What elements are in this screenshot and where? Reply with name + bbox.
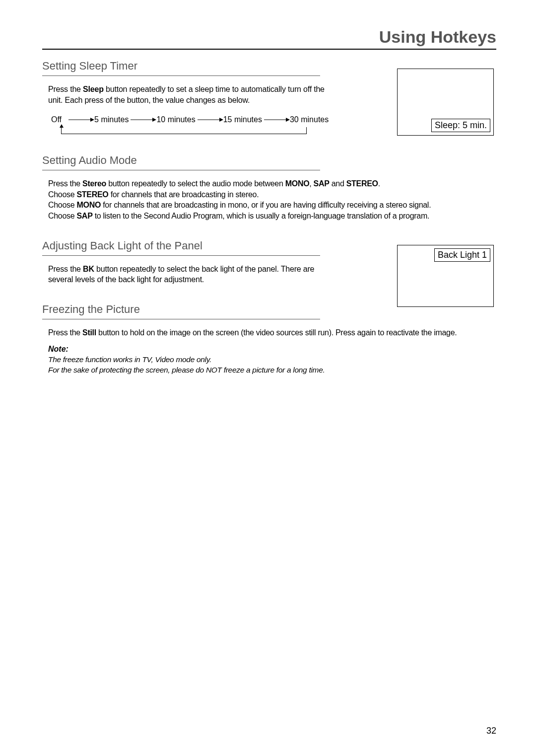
text: button repeatedly to select the audio mo… [106, 179, 285, 188]
flow-item: Off [51, 115, 62, 124]
text: button to hold on the image on the scree… [96, 328, 457, 337]
text: for channels that are broadcasting in mo… [101, 201, 431, 209]
text: Press the [48, 265, 83, 273]
text-line: Press the Stereo button repeatedly to se… [48, 178, 460, 189]
flow-item: 10 minutes [156, 115, 195, 124]
flow-item: 5 minutes [94, 115, 129, 124]
section-freeze: Freezing the Picture Press the Still but… [42, 303, 496, 376]
flow-row: Off 5 minutes 10 minutes 15 minutes 30 m… [51, 115, 329, 124]
arrow-right-icon [262, 117, 290, 122]
body-text: Press the BK button repeatedly to select… [48, 264, 326, 285]
arrow-right-icon [129, 117, 156, 122]
text-line: Choose SAP to listen to the Second Audio… [48, 211, 460, 222]
text: to listen to the Second Audio Program, w… [93, 212, 430, 220]
text: , [309, 179, 313, 188]
text: . [378, 179, 380, 188]
section-heading: Freezing the Picture [42, 303, 320, 319]
page-number: 32 [486, 726, 496, 736]
page-title-rule: Using Hotkeys [42, 27, 496, 50]
text-bold: SAP [314, 179, 330, 188]
osd-sleep-label: Sleep: 5 min. [431, 119, 490, 132]
text: Choose [48, 212, 77, 220]
note-label: Note: [48, 345, 496, 354]
svg-marker-7 [286, 118, 290, 122]
section-heading: Adjusting Back Light of the Panel [42, 239, 320, 256]
note-line: For the sake of protecting the screen, p… [48, 365, 496, 376]
flow-loopback [61, 127, 307, 134]
arrow-up-icon [60, 124, 64, 128]
body-text: Press the Still button to hold on the im… [48, 327, 460, 338]
page: Using Hotkeys Sleep: 5 min. Back Light 1… [0, 0, 536, 756]
text-bold: SAP [77, 212, 93, 220]
text: Press the [48, 328, 82, 337]
section-audio-mode: Setting Audio Mode Press the Stereo butt… [42, 154, 496, 221]
flow-item: 30 minutes [290, 115, 329, 124]
text: Press the [48, 85, 83, 93]
svg-marker-3 [152, 118, 156, 122]
section-heading: Setting Sleep Timer [42, 60, 320, 76]
text-bold: Stereo [82, 179, 106, 188]
sleep-flow-diagram: Off 5 minutes 10 minutes 15 minutes 30 m… [51, 115, 329, 134]
text-line: Choose MONO for channels that are broadc… [48, 200, 460, 211]
text-line: Choose STEREO for channels that are broa… [48, 189, 460, 200]
osd-backlight-box: Back Light 1 [397, 245, 494, 307]
body-text: Press the Sleep button repeatedly to set… [48, 84, 326, 105]
text: for channels that are broadcasting in st… [109, 190, 259, 199]
arrow-right-icon [62, 117, 94, 122]
text-bold: MONO [77, 201, 101, 209]
text-bold: MONO [285, 179, 310, 188]
text-bold: Sleep [83, 85, 104, 93]
text: Press the [48, 179, 82, 188]
note-body: The freeze function works in TV, Video m… [48, 355, 496, 376]
note-line: The freeze function works in TV, Video m… [48, 355, 496, 365]
body-text: Press the Stereo button repeatedly to se… [48, 178, 460, 221]
text-bold: BK [83, 265, 94, 273]
text-bold: STEREO [77, 190, 109, 199]
text: Choose [48, 190, 77, 199]
text: Choose [48, 201, 77, 209]
page-title: Using Hotkeys [379, 27, 496, 46]
osd-backlight-label: Back Light 1 [434, 248, 490, 262]
arrow-right-icon [196, 117, 223, 122]
osd-sleep-box: Sleep: 5 min. [397, 69, 494, 136]
section-heading: Setting Audio Mode [42, 154, 320, 170]
text-bold: STEREO [346, 179, 378, 188]
text: and [330, 179, 346, 188]
flow-item: 15 minutes [223, 115, 262, 124]
text-bold: Still [82, 328, 96, 337]
svg-marker-1 [90, 118, 94, 122]
svg-marker-5 [219, 118, 223, 122]
